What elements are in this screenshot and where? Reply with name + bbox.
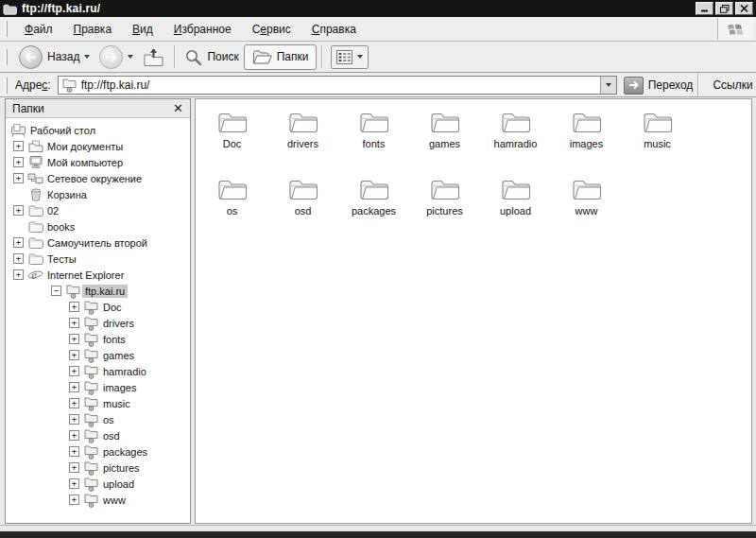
minimize-button[interactable] — [696, 2, 713, 15]
expand-icon[interactable]: + — [69, 382, 79, 392]
forward-dropdown-icon[interactable] — [128, 55, 133, 59]
folder-icon — [358, 104, 390, 135]
collapse-icon[interactable]: − — [51, 286, 61, 296]
tree-item-label: Сетевое окружение — [44, 172, 145, 185]
tree-item-osd[interactable]: +osd — [6, 427, 190, 443]
expand-icon[interactable]: + — [69, 446, 79, 457]
tree-item-images[interactable]: +images — [6, 379, 190, 395]
toolbar-grip-handle[interactable] — [5, 49, 8, 65]
folder-pictures[interactable]: pictures — [409, 171, 480, 238]
up-button[interactable] — [138, 43, 169, 70]
tree-item-doc[interactable]: +Doc — [6, 299, 190, 315]
folder-www[interactable]: www — [551, 171, 622, 238]
tree-item-upload[interactable]: +upload — [6, 476, 190, 492]
folder-fonts[interactable]: fonts — [338, 104, 409, 171]
expand-icon[interactable]: + — [69, 478, 79, 489]
folder-packages[interactable]: packages — [338, 171, 409, 238]
expand-icon[interactable]: + — [69, 414, 79, 425]
close-icon — [740, 5, 748, 12]
search-button[interactable]: Поиск — [180, 43, 243, 70]
tree-item-os[interactable]: +os — [6, 411, 190, 427]
folder-games[interactable]: games — [409, 104, 480, 171]
folders-pane: Папки ✕ Рабочий стол+Мои документы+Мой к… — [5, 98, 191, 524]
views-dropdown-icon[interactable] — [357, 55, 363, 59]
toolbar-separator — [174, 45, 175, 68]
tree-item-drivers[interactable]: +drivers — [6, 315, 190, 331]
expand-icon[interactable]: + — [69, 462, 79, 473]
close-button[interactable] — [735, 2, 753, 15]
ftp-icon — [82, 300, 100, 315]
menu-favorites[interactable]: Избранное — [163, 20, 242, 39]
expand-icon[interactable]: + — [69, 334, 79, 344]
menu-tools[interactable]: Сервис — [242, 20, 301, 39]
menu-help[interactable]: Справка — [301, 20, 367, 39]
folder-os[interactable]: os — [197, 171, 267, 238]
expand-icon[interactable]: + — [69, 398, 79, 408]
restore-button[interactable] — [715, 2, 733, 15]
expand-icon[interactable]: + — [13, 237, 24, 248]
menu-edit[interactable]: Правка — [63, 20, 123, 39]
tree-item-сетевое-окружение[interactable]: +Сетевое окружение — [6, 170, 190, 186]
tree-item-hamradio[interactable]: +hamradio — [6, 363, 190, 379]
menu-grip-handle[interactable] — [5, 21, 8, 37]
tree-item-books[interactable]: books — [6, 218, 190, 234]
address-grip-handle[interactable] — [5, 78, 8, 94]
back-button[interactable]: Назад — [14, 43, 94, 70]
ftp-icon — [82, 396, 100, 411]
expand-icon[interactable]: + — [69, 318, 79, 328]
forward-button[interactable] — [94, 43, 138, 70]
tree-item-label: Тесты — [44, 252, 79, 266]
address-input[interactable]: ftp://ftp.kai.ru/ — [58, 76, 617, 95]
tree-item-корзина[interactable]: Корзина — [6, 186, 190, 202]
folder-osd[interactable]: osd — [267, 171, 338, 238]
tree-item-packages[interactable]: +packages — [6, 443, 190, 460]
search-label: Поиск — [207, 50, 238, 63]
tree-item-тесты[interactable]: +Тесты — [6, 251, 190, 267]
expand-icon[interactable]: + — [13, 157, 24, 167]
views-button[interactable] — [331, 45, 369, 69]
tree-item-ftp.kai.ru[interactable]: −ftp.kai.ru — [6, 283, 190, 299]
address-dropdown-button[interactable] — [600, 77, 616, 94]
titlebar[interactable]: ftp://ftp.kai.ru/ — [0, 0, 756, 17]
tree-item-самоучитель-второй[interactable]: +Самоучитель второй — [6, 234, 190, 251]
tree-item-music[interactable]: +music — [6, 395, 190, 411]
expand-icon[interactable]: + — [13, 253, 24, 264]
folder-doc[interactable]: Doc — [197, 104, 267, 171]
tree-item-internet-explorer[interactable]: +eInternet Explorer — [6, 267, 190, 283]
expand-icon[interactable]: + — [69, 495, 79, 505]
expand-icon[interactable]: + — [13, 205, 24, 216]
folder-drivers[interactable]: drivers — [267, 104, 338, 171]
expand-icon[interactable]: + — [13, 141, 24, 151]
folder-label: music — [644, 138, 671, 149]
tree-item-pictures[interactable]: +pictures — [6, 460, 190, 476]
tree-item-02[interactable]: +02 — [6, 202, 190, 218]
expand-icon[interactable]: + — [69, 302, 79, 312]
folder-images[interactable]: images — [551, 104, 622, 171]
up-folder-icon — [143, 47, 164, 67]
expand-icon[interactable]: + — [69, 430, 79, 441]
links-toolbar[interactable]: Ссылки » — [713, 78, 756, 92]
folder-upload[interactable]: upload — [480, 171, 551, 238]
folder-music[interactable]: music — [622, 104, 693, 171]
tree-item-label: upload — [100, 477, 137, 491]
folders-pane-close-button[interactable]: ✕ — [173, 103, 183, 113]
tree-item-мои-документы[interactable]: +Мои документы — [6, 138, 190, 154]
menu-file[interactable]: Файл — [14, 20, 63, 39]
expand-icon[interactable]: + — [69, 366, 79, 376]
expand-icon[interactable]: + — [69, 350, 79, 360]
tree-item-fonts[interactable]: +fonts — [6, 331, 190, 347]
tree-item-мой-компьютер[interactable]: +Мой компьютер — [6, 154, 190, 170]
expand-icon[interactable]: + — [13, 269, 24, 280]
folder-hamradio[interactable]: hamradio — [480, 104, 551, 171]
go-button[interactable]: Переход — [624, 77, 694, 95]
menu-view[interactable]: Вид — [122, 20, 163, 39]
back-dropdown-icon[interactable] — [84, 55, 90, 59]
folders-toggle-button[interactable]: Папки — [244, 44, 318, 70]
expand-icon[interactable]: + — [13, 173, 24, 183]
minimize-icon — [701, 5, 709, 12]
folder-label: www — [576, 205, 598, 217]
tree-item-label: books — [44, 220, 77, 234]
tree-item-games[interactable]: +games — [6, 347, 190, 363]
tree-item-www[interactable]: +www — [6, 492, 190, 508]
tree-item-рабочий-стол[interactable]: Рабочий стол — [6, 122, 190, 138]
